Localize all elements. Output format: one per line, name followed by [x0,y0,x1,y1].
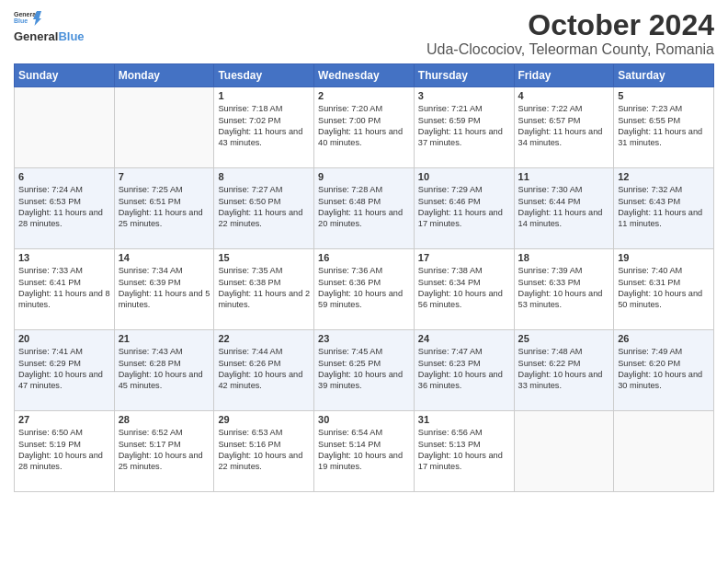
day-number: 19 [618,252,710,263]
day-info: Sunrise: 6:52 AMSunset: 5:17 PMDaylight:… [119,427,210,473]
day-number: 24 [418,333,510,344]
day-number: 8 [218,171,310,182]
col-wednesday: Wednesday [314,64,415,87]
day-info: Sunrise: 7:43 AMSunset: 6:28 PMDaylight:… [119,346,210,392]
table-row: 22Sunrise: 7:44 AMSunset: 6:26 PMDayligh… [214,330,314,411]
day-number: 5 [618,90,710,101]
table-row: 8Sunrise: 7:27 AMSunset: 6:50 PMDaylight… [214,168,314,249]
table-row: 29Sunrise: 6:53 AMSunset: 5:16 PMDayligh… [214,411,314,492]
table-row: 25Sunrise: 7:48 AMSunset: 6:22 PMDayligh… [514,330,614,411]
day-info: Sunrise: 7:45 AMSunset: 6:25 PMDaylight:… [318,346,410,392]
day-number: 2 [318,90,410,101]
calendar-header-row: Sunday Monday Tuesday Wednesday Thursday… [15,64,714,87]
day-info: Sunrise: 7:44 AMSunset: 6:26 PMDaylight:… [218,346,310,392]
day-info: Sunrise: 7:23 AMSunset: 6:55 PMDaylight:… [618,103,710,149]
day-number: 9 [318,171,410,182]
table-row: 1Sunrise: 7:18 AMSunset: 7:02 PMDaylight… [214,87,314,168]
day-number: 6 [18,171,110,182]
table-row: 6Sunrise: 7:24 AMSunset: 6:53 PMDaylight… [15,168,115,249]
calendar-week-row: 13Sunrise: 7:33 AMSunset: 6:41 PMDayligh… [15,249,714,330]
col-monday: Monday [114,64,214,87]
day-info: Sunrise: 7:33 AMSunset: 6:41 PMDaylight:… [18,265,110,311]
day-number: 22 [218,333,310,344]
calendar-table: Sunday Monday Tuesday Wednesday Thursday… [14,63,714,492]
col-tuesday: Tuesday [214,64,314,87]
day-info: Sunrise: 7:27 AMSunset: 6:50 PMDaylight:… [218,184,310,230]
calendar-subtitle: Uda-Clocociov, Teleorman County, Romania [427,41,714,58]
day-number: 21 [119,333,210,344]
title-block: October 2024 Uda-Clocociov, Teleorman Co… [427,9,714,58]
day-info: Sunrise: 7:30 AMSunset: 6:44 PMDaylight:… [518,184,610,230]
table-row: 24Sunrise: 7:47 AMSunset: 6:23 PMDayligh… [414,330,514,411]
svg-text:General: General [14,11,38,17]
day-number: 3 [418,90,510,101]
day-number: 25 [518,333,610,344]
table-row [514,411,614,492]
svg-text:Blue: Blue [14,17,28,24]
day-info: Sunrise: 7:48 AMSunset: 6:22 PMDaylight:… [518,346,610,392]
table-row: 18Sunrise: 7:39 AMSunset: 6:33 PMDayligh… [514,249,614,330]
table-row: 13Sunrise: 7:33 AMSunset: 6:41 PMDayligh… [15,249,115,330]
table-row [114,87,214,168]
table-row: 21Sunrise: 7:43 AMSunset: 6:28 PMDayligh… [114,330,214,411]
day-number: 26 [618,333,710,344]
logo-icon: General Blue [14,9,41,26]
table-row: 12Sunrise: 7:32 AMSunset: 6:43 PMDayligh… [614,168,714,249]
header: General Blue GeneralBlue October 2024 Ud… [14,9,714,58]
day-info: Sunrise: 7:28 AMSunset: 6:48 PMDaylight:… [318,184,410,230]
calendar-week-row: 20Sunrise: 7:41 AMSunset: 6:29 PMDayligh… [15,330,714,411]
day-number: 10 [418,171,510,182]
day-info: Sunrise: 7:38 AMSunset: 6:34 PMDaylight:… [418,265,510,311]
day-number: 11 [518,171,610,182]
table-row: 14Sunrise: 7:34 AMSunset: 6:39 PMDayligh… [114,249,214,330]
day-info: Sunrise: 7:20 AMSunset: 7:00 PMDaylight:… [318,103,410,149]
table-row: 31Sunrise: 6:56 AMSunset: 5:13 PMDayligh… [414,411,514,492]
day-info: Sunrise: 6:56 AMSunset: 5:13 PMDaylight:… [418,427,510,473]
day-info: Sunrise: 7:25 AMSunset: 6:51 PMDaylight:… [119,184,210,230]
table-row: 9Sunrise: 7:28 AMSunset: 6:48 PMDaylight… [314,168,415,249]
table-row: 17Sunrise: 7:38 AMSunset: 6:34 PMDayligh… [414,249,514,330]
day-number: 13 [18,252,110,263]
day-number: 31 [418,414,510,425]
day-info: Sunrise: 7:22 AMSunset: 6:57 PMDaylight:… [518,103,610,149]
table-row: 5Sunrise: 7:23 AMSunset: 6:55 PMDaylight… [614,87,714,168]
day-number: 14 [119,252,210,263]
table-row: 20Sunrise: 7:41 AMSunset: 6:29 PMDayligh… [15,330,115,411]
table-row: 7Sunrise: 7:25 AMSunset: 6:51 PMDaylight… [114,168,214,249]
day-info: Sunrise: 6:53 AMSunset: 5:16 PMDaylight:… [218,427,310,473]
table-row: 11Sunrise: 7:30 AMSunset: 6:44 PMDayligh… [514,168,614,249]
day-number: 23 [318,333,410,344]
day-info: Sunrise: 7:47 AMSunset: 6:23 PMDaylight:… [418,346,510,392]
col-thursday: Thursday [414,64,514,87]
day-info: Sunrise: 7:39 AMSunset: 6:33 PMDaylight:… [518,265,610,311]
calendar-week-row: 6Sunrise: 7:24 AMSunset: 6:53 PMDaylight… [15,168,714,249]
day-number: 16 [318,252,410,263]
table-row: 30Sunrise: 6:54 AMSunset: 5:14 PMDayligh… [314,411,415,492]
table-row: 15Sunrise: 7:35 AMSunset: 6:38 PMDayligh… [214,249,314,330]
day-number: 20 [18,333,110,344]
day-info: Sunrise: 7:35 AMSunset: 6:38 PMDaylight:… [218,265,310,311]
table-row [614,411,714,492]
calendar-title: October 2024 [427,9,714,41]
day-number: 1 [218,90,310,101]
table-row: 23Sunrise: 7:45 AMSunset: 6:25 PMDayligh… [314,330,415,411]
logo-general: General [14,29,58,43]
page: General Blue GeneralBlue October 2024 Ud… [0,0,728,563]
table-row: 28Sunrise: 6:52 AMSunset: 5:17 PMDayligh… [114,411,214,492]
day-number: 29 [218,414,310,425]
table-row: 4Sunrise: 7:22 AMSunset: 6:57 PMDaylight… [514,87,614,168]
day-number: 15 [218,252,310,263]
day-info: Sunrise: 7:40 AMSunset: 6:31 PMDaylight:… [618,265,710,311]
day-number: 12 [618,171,710,182]
day-info: Sunrise: 7:34 AMSunset: 6:39 PMDaylight:… [119,265,210,311]
calendar-week-row: 1Sunrise: 7:18 AMSunset: 7:02 PMDaylight… [15,87,714,168]
day-info: Sunrise: 7:18 AMSunset: 7:02 PMDaylight:… [218,103,310,149]
day-info: Sunrise: 7:21 AMSunset: 6:59 PMDaylight:… [418,103,510,149]
logo: General Blue GeneralBlue [14,9,85,44]
day-number: 7 [119,171,210,182]
table-row: 2Sunrise: 7:20 AMSunset: 7:00 PMDaylight… [314,87,415,168]
day-number: 18 [518,252,610,263]
day-info: Sunrise: 7:29 AMSunset: 6:46 PMDaylight:… [418,184,510,230]
table-row: 27Sunrise: 6:50 AMSunset: 5:19 PMDayligh… [15,411,115,492]
table-row: 3Sunrise: 7:21 AMSunset: 6:59 PMDaylight… [414,87,514,168]
